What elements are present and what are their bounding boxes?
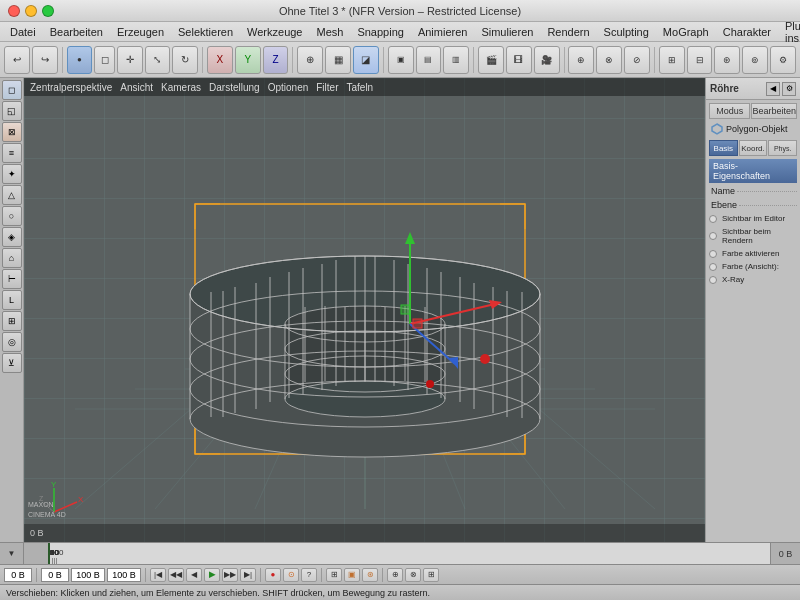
view1-button[interactable]: 🎬 — [478, 46, 504, 74]
lt-btn-8[interactable]: ◈ — [2, 227, 22, 247]
menu-animieren[interactable]: Animieren — [412, 23, 474, 41]
render-active-button[interactable]: ▥ — [443, 46, 469, 74]
go-to-start-button[interactable]: |◀ — [150, 568, 166, 582]
menu-simulieren[interactable]: Simulieren — [475, 23, 539, 41]
menu-selektieren[interactable]: Selektieren — [172, 23, 239, 41]
rp-subtab-koord[interactable]: Koord. — [739, 140, 768, 156]
auto-key-button[interactable]: ⊙ — [283, 568, 299, 582]
viewport-menu-darstellung[interactable]: Darstellung — [209, 82, 260, 93]
coord-z-button[interactable]: Z — [263, 46, 289, 74]
fps-input[interactable] — [107, 568, 141, 582]
move-tool-button[interactable]: ✛ — [117, 46, 143, 74]
lt-btn-11[interactable]: L — [2, 290, 22, 310]
snap1-button[interactable]: ⊕ — [568, 46, 594, 74]
viewport-menu-optionen[interactable]: Optionen — [268, 82, 309, 93]
rp-tab-bearbeiten[interactable]: Bearbeiten — [751, 103, 797, 119]
snap-key-button[interactable]: ⊞ — [326, 568, 342, 582]
farbe-aktivieren-dot[interactable] — [709, 250, 717, 258]
mode-model-button[interactable]: ◻ — [94, 46, 114, 74]
lt-btn-10[interactable]: ⊢ — [2, 269, 22, 289]
sichtbar-editor-dot[interactable] — [709, 215, 717, 223]
menu-mograph[interactable]: MoGraph — [657, 23, 715, 41]
rp-tab-modus[interactable]: Modus — [709, 103, 750, 119]
step-forward-button[interactable]: ▶▶ — [222, 568, 238, 582]
tool4-button[interactable]: ⊚ — [742, 46, 768, 74]
step-back-button[interactable]: ◀◀ — [168, 568, 184, 582]
menu-werkzeuge[interactable]: Werkzeuge — [241, 23, 308, 41]
tool1-button[interactable]: ⊞ — [659, 46, 685, 74]
lt-btn-6[interactable]: △ — [2, 185, 22, 205]
menu-charakter[interactable]: Charakter — [717, 23, 777, 41]
menu-snapping[interactable]: Snapping — [351, 23, 410, 41]
coord-x-button[interactable]: X — [207, 46, 233, 74]
status-text: Verschieben: Klicken und ziehen, um Elem… — [6, 588, 430, 598]
lt-btn-1[interactable]: ◻ — [2, 80, 22, 100]
extra-button[interactable]: ⊞ — [423, 568, 439, 582]
status-bar: Verschieben: Klicken und ziehen, um Elem… — [0, 584, 800, 600]
rp-collapse-button[interactable]: ◀ — [766, 82, 780, 96]
tool3-button[interactable]: ⊛ — [714, 46, 740, 74]
render-view-button[interactable]: ▤ — [416, 46, 442, 74]
coord-system-button[interactable]: ⊕ — [387, 568, 403, 582]
play-back-button[interactable]: ◀ — [186, 568, 202, 582]
viewport-menu-kameras[interactable]: Kameras — [161, 82, 201, 93]
lt-btn-2[interactable]: ◱ — [2, 101, 22, 121]
view-mode-button[interactable]: ⊗ — [405, 568, 421, 582]
lt-btn-12[interactable]: ⊞ — [2, 311, 22, 331]
go-to-end-button[interactable]: ▶| — [240, 568, 256, 582]
timeline[interactable]: ▼ 0 10 20 30 40 50 60 70 80 90 100 0 B — [0, 542, 800, 564]
tool2-button[interactable]: ⊟ — [687, 46, 713, 74]
rp-settings-button[interactable]: ⚙ — [782, 82, 796, 96]
lt-btn-7[interactable]: ○ — [2, 206, 22, 226]
minimize-button[interactable] — [25, 5, 37, 17]
viewport-menu-filter[interactable]: Filter — [316, 82, 338, 93]
maximize-button[interactable] — [42, 5, 54, 17]
help-button[interactable]: ? — [301, 568, 317, 582]
menu-datei[interactable]: Datei — [4, 23, 42, 41]
rotate-tool-button[interactable]: ↻ — [172, 46, 198, 74]
rp-subtab-phys[interactable]: Phys. — [768, 140, 797, 156]
settings-button[interactable]: ⚙ — [770, 46, 796, 74]
farbe-ansicht-dot[interactable] — [709, 263, 717, 271]
rp-subtab-basis[interactable]: Basis — [709, 140, 738, 156]
menu-rendern[interactable]: Rendern — [541, 23, 595, 41]
close-button[interactable] — [8, 5, 20, 17]
lt-btn-9[interactable]: ⌂ — [2, 248, 22, 268]
render-settings-button[interactable]: ⊛ — [362, 568, 378, 582]
menu-sculpting[interactable]: Sculpting — [598, 23, 655, 41]
timeline-ruler[interactable]: 0 10 20 30 40 50 60 70 80 90 100 — [48, 543, 770, 564]
frame-counter-input[interactable] — [4, 568, 32, 582]
viewport[interactable]: Zentralperspektive Ansicht Kameras Darst… — [24, 78, 705, 542]
menu-erzeugen[interactable]: Erzeugen — [111, 23, 170, 41]
menu-plugins[interactable]: Plug-ins — [779, 23, 800, 41]
view2-button[interactable]: 🎞 — [506, 46, 532, 74]
coord-y-button[interactable]: Y — [235, 46, 261, 74]
snap3-button[interactable]: ⊘ — [624, 46, 650, 74]
view3-button[interactable]: 🎥 — [534, 46, 560, 74]
viewport-menu-tafeln[interactable]: Tafeln — [347, 82, 374, 93]
lt-btn-3[interactable]: ⊠ — [2, 122, 22, 142]
start-frame-input[interactable] — [41, 568, 69, 582]
end-frame-input[interactable] — [71, 568, 105, 582]
render-region-button[interactable]: ▣ — [388, 46, 414, 74]
redo-button[interactable]: ↪ — [32, 46, 58, 74]
lt-btn-13[interactable]: ◎ — [2, 332, 22, 352]
render-button[interactable]: ▣ — [344, 568, 360, 582]
scale-tool-button[interactable]: ⤡ — [145, 46, 171, 74]
lt-btn-14[interactable]: ⊻ — [2, 353, 22, 373]
menu-mesh[interactable]: Mesh — [310, 23, 349, 41]
menu-bearbeiten[interactable]: Bearbeiten — [44, 23, 109, 41]
points-mode-button[interactable]: ⊕ — [297, 46, 323, 74]
undo-button[interactable]: ↩ — [4, 46, 30, 74]
snap2-button[interactable]: ⊗ — [596, 46, 622, 74]
mode-live-button[interactable]: ● — [67, 46, 93, 74]
lt-btn-4[interactable]: ≡ — [2, 143, 22, 163]
record-button[interactable]: ● — [265, 568, 281, 582]
polygons-mode-button[interactable]: ◪ — [353, 46, 379, 74]
play-forward-button[interactable]: ▶ — [204, 568, 220, 582]
xray-dot[interactable] — [709, 276, 717, 284]
viewport-menu-ansicht[interactable]: Ansicht — [120, 82, 153, 93]
lt-btn-5[interactable]: ✦ — [2, 164, 22, 184]
edges-mode-button[interactable]: ▦ — [325, 46, 351, 74]
sichtbar-render-dot[interactable] — [709, 232, 717, 240]
